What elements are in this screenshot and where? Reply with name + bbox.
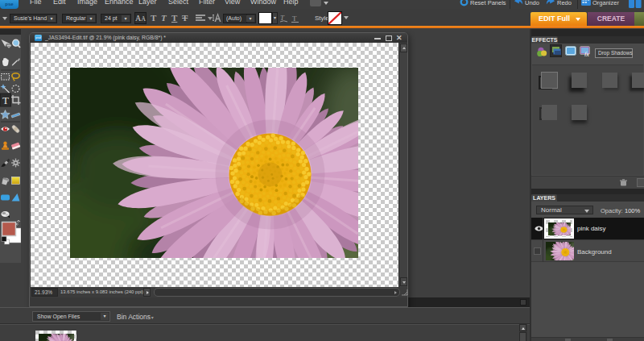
svg-text:T: T — [2, 94, 9, 106]
svg-text:fx: fx — [584, 51, 589, 57]
svg-text:T: T — [292, 15, 297, 23]
